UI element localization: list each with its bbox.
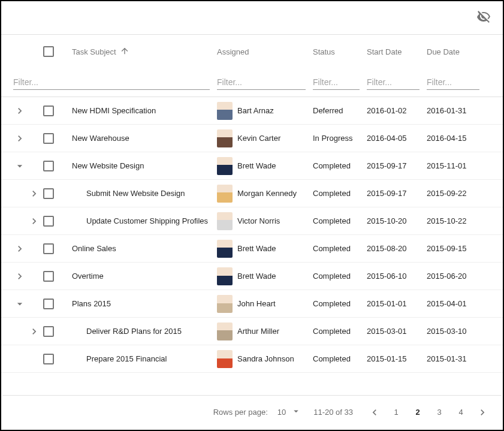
table-row: New Website DesignBrett WadeCompleted201… — [1, 152, 503, 180]
row-assigned: Brett Wade — [237, 161, 276, 170]
column-header-label: Task Subject — [72, 47, 116, 56]
avatar — [217, 267, 233, 285]
row-status: In Progress — [313, 134, 352, 143]
row-assigned: Morgan Kennedy — [237, 189, 297, 198]
row-checkbox[interactable] — [43, 106, 54, 116]
row-status: Completed — [313, 189, 351, 198]
table-row: Prepare 2015 FinancialSandra JohnsonComp… — [1, 345, 503, 373]
table-row: Online SalesBrett WadeCompleted2015-08-2… — [1, 235, 503, 263]
chevron-down-icon[interactable] — [13, 297, 26, 311]
row-checkbox[interactable] — [43, 216, 54, 227]
row-start-date: 2015-01-01 — [367, 299, 407, 308]
row-status: Completed — [313, 272, 351, 281]
row-start-date: 2016-01-02 — [367, 106, 407, 115]
table-row: New WarehouseKevin CarterIn Progress2016… — [1, 125, 503, 152]
row-status: Completed — [313, 244, 351, 253]
chevron-right-icon[interactable] — [28, 325, 41, 338]
toolbar — [1, 1, 503, 35]
row-checkbox[interactable] — [43, 243, 54, 254]
row-subject: Online Sales — [72, 244, 116, 253]
avatar — [217, 240, 233, 258]
row-checkbox[interactable] — [43, 161, 54, 171]
chevron-right-icon[interactable] — [13, 242, 26, 255]
row-assigned: Sandra Johnson — [237, 354, 294, 363]
filter-subject-input[interactable] — [13, 75, 210, 90]
column-header-label: Assigned — [217, 47, 249, 56]
column-header-status[interactable]: Status — [313, 47, 367, 56]
row-due-date: 2015-06-20 — [427, 272, 467, 281]
page-button-2[interactable]: 2 — [408, 403, 427, 422]
row-due-date: 2015-04-01 — [427, 299, 467, 308]
row-subject: Plans 2015 — [72, 299, 111, 308]
row-start-date: 2015-01-15 — [367, 354, 407, 363]
row-checkbox[interactable] — [43, 354, 54, 364]
row-due-date: 2015-11-01 — [427, 161, 467, 170]
row-start-date: 2015-03-01 — [367, 327, 407, 336]
column-header-due[interactable]: Due Date — [427, 47, 487, 56]
row-checkbox[interactable] — [43, 299, 54, 309]
avatar — [217, 129, 233, 147]
rows-per-page-select[interactable]: 10 — [277, 406, 301, 418]
filter-row — [1, 68, 503, 97]
table-row: Plans 2015John HeartCompleted2015-01-012… — [1, 290, 503, 318]
row-start-date: 2015-10-20 — [367, 216, 407, 225]
row-assigned: Brett Wade — [237, 244, 276, 253]
chevron-right-icon[interactable] — [28, 215, 41, 228]
row-checkbox[interactable] — [43, 271, 54, 282]
filter-assigned-input[interactable] — [217, 75, 306, 90]
row-checkbox[interactable] — [43, 188, 54, 199]
prev-page-button[interactable] — [365, 403, 384, 422]
select-all-checkbox[interactable] — [43, 46, 54, 57]
row-subject: Submit New Website Design — [86, 189, 185, 198]
row-subject: New HDMI Specification — [72, 106, 156, 115]
table-row: OvertimeBrett WadeCompleted2015-06-10201… — [1, 263, 503, 290]
page-button-1[interactable]: 1 — [387, 403, 406, 422]
row-start-date: 2016-04-05 — [367, 134, 407, 143]
visibility-off-icon[interactable] — [476, 10, 491, 26]
row-subject: Update Customer Shipping Profiles — [86, 216, 208, 225]
avatar — [217, 212, 233, 230]
filter-start-input[interactable] — [367, 75, 420, 90]
row-start-date: 2015-09-17 — [367, 189, 407, 198]
avatar — [217, 185, 233, 203]
row-due-date: 2015-03-10 — [427, 327, 467, 336]
row-status: Completed — [313, 327, 351, 336]
row-assigned: Arthur Miller — [237, 327, 279, 336]
row-start-date: 2015-06-10 — [367, 272, 407, 281]
filter-status-input[interactable] — [313, 75, 360, 90]
row-due-date: 2015-09-22 — [427, 189, 467, 198]
chevron-right-icon[interactable] — [13, 132, 26, 145]
column-header-start[interactable]: Start Date — [367, 47, 427, 56]
row-assigned: Brett Wade — [237, 272, 276, 281]
row-assigned: Bart Arnaz — [237, 106, 274, 115]
row-assigned: Victor Norris — [237, 216, 280, 225]
row-checkbox[interactable] — [43, 133, 54, 144]
pagination: 1234 — [365, 403, 492, 422]
column-header-label: Due Date — [427, 47, 460, 56]
row-status: Completed — [313, 161, 351, 170]
column-header-label: Start Date — [367, 47, 402, 56]
next-page-button[interactable] — [473, 403, 492, 422]
chevron-right-icon[interactable] — [28, 187, 41, 200]
page-button-3[interactable]: 3 — [430, 403, 449, 422]
row-status: Deferred — [313, 106, 343, 115]
row-status: Completed — [313, 216, 351, 225]
chevron-down-icon[interactable] — [13, 159, 26, 173]
avatar — [217, 323, 233, 340]
row-due-date: 2016-04-15 — [427, 134, 467, 143]
row-subject: New Warehouse — [72, 134, 129, 143]
page-button-4[interactable]: 4 — [451, 403, 470, 422]
table-row: Deliver R&D Plans for 2015Arthur MillerC… — [1, 318, 503, 345]
chevron-right-icon[interactable] — [13, 270, 26, 283]
column-header-subject[interactable]: Task Subject — [67, 46, 217, 58]
row-subject: Overtime — [72, 272, 104, 281]
row-checkbox[interactable] — [43, 326, 54, 337]
table-header: Task Subject Assigned Status Start Date … — [1, 35, 503, 68]
table-row: Update Customer Shipping ProfilesVictor … — [1, 207, 503, 235]
row-assigned: John Heart — [237, 299, 276, 308]
column-header-assigned[interactable]: Assigned — [217, 47, 313, 56]
chevron-right-icon[interactable] — [13, 104, 26, 117]
avatar — [217, 295, 233, 313]
avatar — [217, 157, 233, 175]
filter-due-input[interactable] — [427, 75, 479, 90]
